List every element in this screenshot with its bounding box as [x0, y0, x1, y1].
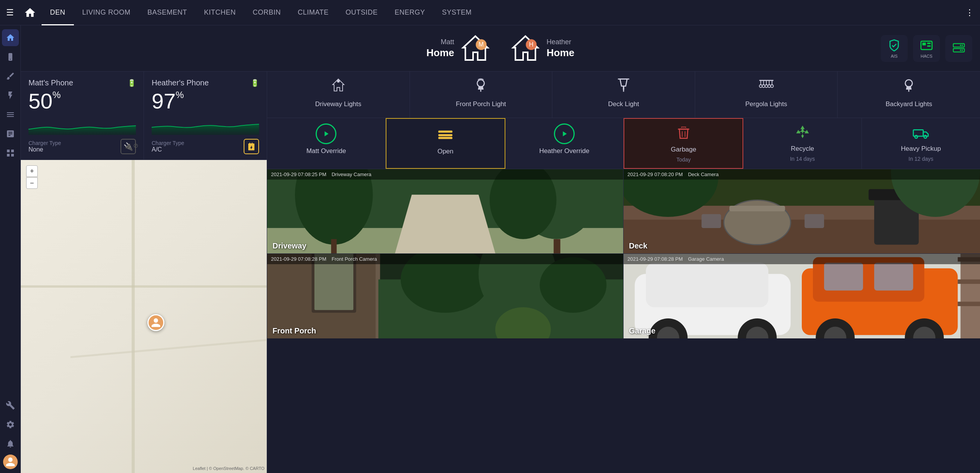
- matt-override-play-icon: [316, 123, 336, 144]
- hacs-label: HACS: [921, 54, 933, 58]
- deck-cam-label: Deck: [624, 238, 653, 253]
- heathers-charger-type-label: Charger Type: [152, 140, 184, 146]
- heavy-pickup-tile[interactable]: Heavy Pickup In 12 days: [862, 118, 980, 169]
- deck-light-tile[interactable]: Deck Light: [552, 72, 695, 118]
- more-options-icon[interactable]: ⋮: [965, 8, 974, 18]
- front-porch-camera-cell[interactable]: 2021-09-29 07:08:28 PM Front Porch Camer…: [267, 254, 624, 338]
- svg-point-33: [905, 80, 912, 87]
- header-widget-ais[interactable]: AIS: [881, 35, 908, 62]
- deck-camera-cell[interactable]: 2021-09-29 07:08:20 PM Deck Camera Deck: [624, 169, 980, 254]
- garbage-tile[interactable]: Garbage Today: [624, 118, 743, 169]
- nav-tab-outside[interactable]: OUTSIDE: [337, 0, 386, 25]
- driveway-camera-cell[interactable]: 2021-09-29 07:08:25 PM Driveway Camera D…: [267, 169, 624, 254]
- heather-map-marker[interactable]: [147, 314, 164, 331]
- pergola-lights-tile[interactable]: Pergola Lights: [695, 72, 838, 118]
- svg-rect-56: [729, 206, 785, 211]
- hamburger-menu[interactable]: ☰: [6, 8, 14, 18]
- garbage-label: Garbage: [671, 146, 696, 153]
- nav-tab-energy[interactable]: ENERGY: [386, 0, 433, 25]
- svg-point-12: [962, 45, 963, 46]
- svg-rect-84: [874, 263, 913, 290]
- recycle-label: Recycle: [791, 145, 814, 153]
- heavy-pickup-icon: [913, 123, 930, 142]
- svg-rect-50: [331, 239, 336, 253]
- recycle-sublabel: In 14 days: [790, 156, 815, 162]
- nav-tab-climate[interactable]: CLIMATE: [289, 0, 337, 25]
- header-widget-hacs[interactable]: HACS: [913, 35, 940, 62]
- svg-point-16: [337, 80, 339, 82]
- garbage-sublabel: Today: [676, 157, 691, 163]
- garage-open-tile[interactable]: Open: [386, 118, 505, 169]
- svg-rect-37: [438, 137, 453, 139]
- driveway-lights-tile[interactable]: Driveway Lights: [267, 72, 410, 118]
- driveway-cam-timestamp: 2021-09-29 07:08:25 PM Driveway Camera: [267, 169, 623, 180]
- heathers-charger-icon-box[interactable]: [244, 139, 259, 154]
- header-widget-server[interactable]: [945, 35, 972, 62]
- sidebar-item-tool[interactable]: [2, 68, 19, 85]
- svg-rect-36: [438, 131, 453, 133]
- map-background: [21, 160, 267, 473]
- heather-override-tile[interactable]: Heather Override: [505, 118, 624, 169]
- garage-camera-cell[interactable]: 2021-09-29 07:08:28 PM Garage Camera Gar…: [624, 254, 980, 338]
- sidebar-item-wrench[interactable]: [2, 397, 19, 414]
- heather-name-top: Heather: [547, 38, 571, 46]
- nav-tab-corbin[interactable]: CORBIN: [244, 0, 289, 25]
- front-porch-cam-label: Front Porch: [267, 323, 321, 338]
- top-nav: ☰ DEN LIVING ROOM BASEMENT KITCHEN CORBI…: [0, 0, 980, 25]
- heather-home-icon[interactable]: H: [508, 31, 543, 66]
- heathers-charger-type: A/C: [152, 146, 184, 153]
- svg-rect-83: [824, 263, 863, 290]
- matt-override-label: Matt Override: [306, 147, 346, 155]
- svg-rect-35: [438, 134, 453, 137]
- front-porch-light-label: Front Porch Light: [456, 100, 506, 108]
- map-container[interactable]: + − Leaflet | © OpenStreetMap. © CARTO: [21, 160, 267, 473]
- sidebar-item-list[interactable]: [2, 106, 19, 123]
- phone-cards: Matt's Phone 🔋 50%: [21, 72, 267, 160]
- sidebar-item-grid[interactable]: [2, 145, 19, 162]
- svg-text:M: M: [478, 41, 483, 48]
- header-area: Matt Home M H: [21, 25, 980, 72]
- matts-charger-type-label: Charger Type: [28, 140, 61, 146]
- garage-cam-timestamp: 2021-09-29 07:08:28 PM Garage Camera: [624, 254, 980, 264]
- matt-home-icon[interactable]: M: [458, 31, 493, 66]
- home-nav-icon[interactable]: [22, 4, 38, 21]
- heathers-battery-icon: 🔋: [251, 79, 259, 87]
- backyard-lights-tile[interactable]: Backyard Lights: [838, 72, 980, 118]
- svg-rect-92: [958, 301, 980, 306]
- sidebar-item-mobile[interactable]: [2, 48, 19, 65]
- nav-tab-basement[interactable]: BASEMENT: [139, 0, 196, 25]
- backyard-lights-label: Backyard Lights: [886, 100, 932, 108]
- nav-tab-kitchen[interactable]: KITCHEN: [196, 0, 244, 25]
- recycle-tile[interactable]: Recycle In 14 days: [743, 118, 862, 169]
- svg-rect-58: [804, 214, 824, 228]
- nav-tab-living-room[interactable]: LIVING ROOM: [74, 0, 139, 25]
- sidebar-item-bell[interactable]: [2, 435, 19, 452]
- garage-cam-label: Garage: [624, 323, 661, 338]
- map-zoom-out[interactable]: −: [26, 177, 38, 189]
- heathers-phone-header: Heather's Phone 🔋: [152, 78, 259, 87]
- svg-rect-6: [921, 41, 932, 50]
- map-zoom-in[interactable]: +: [26, 165, 38, 177]
- svg-rect-9: [927, 45, 931, 47]
- svg-rect-89: [960, 254, 980, 338]
- matts-phone-card: Matt's Phone 🔋 50%: [21, 72, 144, 160]
- svg-rect-8: [927, 42, 931, 44]
- front-porch-cam-timestamp: 2021-09-29 07:08:28 PM Front Porch Camer…: [267, 254, 623, 264]
- matts-phone-chart: [28, 116, 136, 135]
- svg-point-42: [915, 135, 917, 138]
- matts-phone-header: Matt's Phone 🔋: [28, 78, 136, 87]
- front-porch-light-tile[interactable]: Front Porch Light: [410, 72, 553, 118]
- sidebar-item-home[interactable]: [2, 29, 19, 46]
- svg-rect-51: [554, 239, 560, 253]
- matt-override-tile[interactable]: Matt Override: [267, 118, 386, 169]
- matts-charger-icon-box[interactable]: 🔌⊘: [120, 139, 136, 154]
- nav-tab-den[interactable]: DEN: [42, 0, 74, 25]
- left-panel: Matt's Phone 🔋 50%: [21, 72, 267, 473]
- nav-tab-system[interactable]: SYSTEM: [433, 0, 480, 25]
- sidebar-item-lightning[interactable]: [2, 87, 19, 104]
- sidebar-item-chart[interactable]: [2, 125, 19, 142]
- garbage-icon: [675, 124, 692, 143]
- user-avatar[interactable]: [3, 455, 18, 469]
- sidebar-item-settings[interactable]: [2, 416, 19, 433]
- content-area: Matt Home M H: [21, 25, 980, 473]
